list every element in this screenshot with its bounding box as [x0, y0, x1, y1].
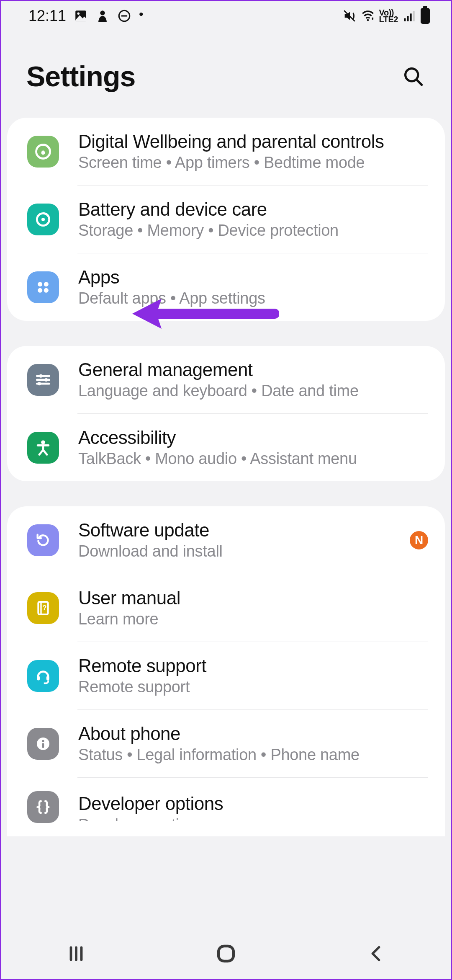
row-battery-care[interactable]: Battery and device care Storage • Memory…	[7, 186, 445, 253]
wellbeing-icon	[27, 136, 59, 168]
row-texts: Developer options Developer options	[78, 793, 428, 821]
person-status-icon	[95, 9, 110, 23]
status-time: 12:11	[28, 7, 66, 25]
status-bar: 12:11 • Vo)) LTE2	[1, 1, 451, 31]
status-left: 12:11 •	[28, 7, 144, 25]
sliders-icon	[27, 364, 59, 396]
recents-button[interactable]	[57, 941, 95, 966]
row-title: Remote support	[78, 655, 428, 676]
row-texts: Digital Wellbeing and parental controls …	[78, 131, 428, 172]
svg-rect-7	[404, 18, 406, 21]
svg-point-24	[44, 378, 48, 381]
dnd-icon	[117, 9, 131, 23]
svg-text:?: ?	[42, 604, 46, 612]
settings-header: Settings	[1, 31, 451, 118]
settings-group-2: General management Language and keyboard…	[7, 346, 445, 481]
row-title: User manual	[78, 588, 428, 609]
row-remote-support[interactable]: Remote support Remote support	[7, 642, 445, 709]
signal-icon	[402, 9, 416, 23]
svg-point-26	[41, 440, 45, 444]
svg-line-12	[417, 80, 422, 85]
row-apps[interactable]: Apps Default apps • App settings	[7, 253, 445, 321]
row-texts: About phone Status • Legal information •…	[78, 723, 428, 764]
row-texts: User manual Learn more	[78, 588, 428, 628]
row-title: Apps	[78, 267, 428, 288]
svg-rect-10	[413, 11, 415, 21]
row-subtitle: TalkBack • Mono audio • Assistant menu	[78, 450, 428, 468]
image-icon	[74, 9, 88, 23]
row-subtitle: Developer options	[78, 816, 428, 821]
braces-icon	[27, 791, 59, 823]
row-title: Battery and device care	[78, 199, 428, 220]
row-title: General management	[78, 359, 428, 380]
row-title: Accessibility	[78, 427, 428, 448]
row-texts: General management Language and keyboard…	[78, 359, 428, 400]
svg-point-2	[100, 10, 105, 15]
svg-point-17	[44, 282, 49, 286]
svg-point-16	[38, 282, 42, 286]
apps-icon	[27, 271, 59, 303]
page-title: Settings	[26, 60, 135, 93]
update-icon	[27, 524, 59, 556]
row-subtitle: Download and install	[78, 542, 410, 560]
recents-icon	[66, 943, 87, 964]
wifi-icon	[361, 9, 375, 23]
back-button[interactable]	[357, 941, 395, 966]
home-button[interactable]	[207, 941, 245, 966]
search-button[interactable]	[401, 64, 426, 89]
row-title: Digital Wellbeing and parental controls	[78, 131, 428, 152]
status-right: Vo)) LTE2	[342, 8, 430, 24]
row-title: Developer options	[78, 793, 428, 814]
accessibility-icon	[27, 432, 59, 464]
settings-group-1: Digital Wellbeing and parental controls …	[7, 118, 445, 321]
row-general-management[interactable]: General management Language and keyboard…	[7, 346, 445, 413]
row-subtitle: Default apps • App settings	[78, 289, 428, 307]
row-subtitle: Status • Legal information • Phone name	[78, 746, 428, 764]
svg-rect-34	[42, 743, 44, 748]
manual-icon: ?	[27, 592, 59, 624]
info-icon	[27, 728, 59, 760]
svg-rect-9	[410, 13, 411, 21]
row-digital-wellbeing[interactable]: Digital Wellbeing and parental controls …	[7, 118, 445, 185]
battery-icon	[421, 8, 430, 24]
row-developer-options[interactable]: Developer options Developer options	[7, 778, 445, 836]
svg-rect-31	[46, 676, 49, 681]
svg-point-33	[42, 740, 44, 742]
svg-point-23	[39, 374, 42, 377]
row-texts: Apps Default apps • App settings	[78, 267, 428, 307]
svg-point-6	[367, 19, 369, 21]
svg-point-1	[77, 13, 80, 15]
settings-group-3: Software update Download and install N ?…	[7, 506, 445, 836]
row-subtitle: Remote support	[78, 678, 428, 696]
row-subtitle: Language and keyboard • Date and time	[78, 382, 428, 400]
svg-point-25	[38, 382, 41, 385]
row-title: Software update	[78, 520, 410, 541]
svg-rect-8	[407, 16, 408, 21]
back-icon	[366, 944, 385, 963]
row-texts: Remote support Remote support	[78, 655, 428, 696]
devicecare-icon	[27, 204, 59, 235]
svg-rect-38	[218, 946, 234, 961]
svg-point-15	[41, 217, 45, 221]
row-about-phone[interactable]: About phone Status • Legal information •…	[7, 710, 445, 777]
notification-badge: N	[410, 531, 428, 549]
svg-point-18	[38, 288, 42, 292]
row-software-update[interactable]: Software update Download and install N	[7, 506, 445, 574]
row-title: About phone	[78, 723, 428, 744]
row-user-manual[interactable]: ? User manual Learn more	[7, 574, 445, 642]
row-subtitle: Screen time • App timers • Bedtime mode	[78, 154, 428, 172]
row-texts: Battery and device care Storage • Memory…	[78, 199, 428, 240]
row-texts: Accessibility TalkBack • Mono audio • As…	[78, 427, 428, 468]
home-icon	[215, 942, 237, 965]
volte-indicator: Vo)) LTE2	[379, 9, 398, 23]
headset-icon	[27, 660, 59, 692]
row-subtitle: Learn more	[78, 610, 428, 628]
row-texts: Software update Download and install	[78, 520, 410, 560]
search-icon	[402, 65, 424, 87]
row-accessibility[interactable]: Accessibility TalkBack • Mono audio • As…	[7, 414, 445, 481]
mute-vibrate-icon	[342, 9, 357, 23]
row-subtitle: Storage • Memory • Device protection	[78, 222, 428, 240]
svg-point-19	[44, 288, 49, 292]
system-navbar	[1, 928, 451, 979]
svg-rect-30	[37, 676, 40, 681]
